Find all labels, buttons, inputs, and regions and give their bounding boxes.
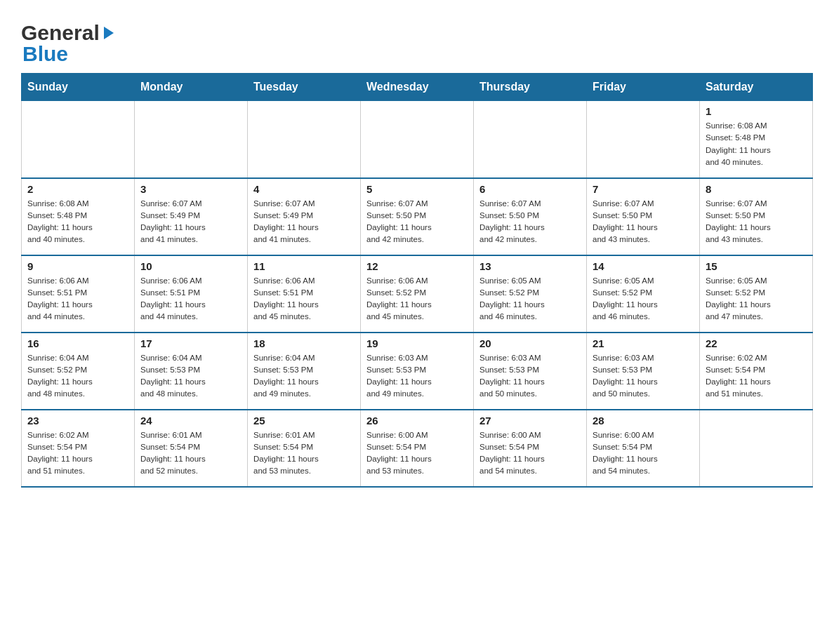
cell-content: 2Sunrise: 6:08 AM Sunset: 5:48 PM Daylig…: [27, 183, 128, 246]
day-number: 14: [593, 260, 694, 272]
day-number: 5: [366, 183, 468, 195]
cell-content: 10Sunrise: 6:06 AM Sunset: 5:51 PM Dayli…: [140, 260, 241, 323]
calendar-cell: 9Sunrise: 6:06 AM Sunset: 5:51 PM Daylig…: [22, 255, 135, 333]
calendar-cell: 22Sunrise: 6:02 AM Sunset: 5:54 PM Dayli…: [700, 333, 813, 410]
day-number: 10: [140, 260, 241, 272]
calendar-cell: 24Sunrise: 6:01 AM Sunset: 5:54 PM Dayli…: [135, 410, 248, 487]
svg-marker-0: [104, 27, 114, 39]
day-info: Sunrise: 6:04 AM Sunset: 5:53 PM Dayligh…: [253, 352, 355, 401]
cell-content: 6Sunrise: 6:07 AM Sunset: 5:50 PM Daylig…: [479, 183, 581, 246]
calendar-cell: 8Sunrise: 6:07 AM Sunset: 5:50 PM Daylig…: [700, 178, 813, 255]
day-info: Sunrise: 6:02 AM Sunset: 5:54 PM Dayligh…: [27, 429, 128, 478]
cell-content: 26Sunrise: 6:00 AM Sunset: 5:54 PM Dayli…: [366, 415, 468, 478]
calendar-cell: 2Sunrise: 6:08 AM Sunset: 5:48 PM Daylig…: [22, 178, 135, 255]
cell-content: 23Sunrise: 6:02 AM Sunset: 5:54 PM Dayli…: [27, 415, 128, 478]
calendar-cell: [22, 101, 135, 178]
day-number: 1: [706, 105, 807, 117]
cell-content: 3Sunrise: 6:07 AM Sunset: 5:49 PM Daylig…: [140, 183, 241, 246]
calendar-cell: 19Sunrise: 6:03 AM Sunset: 5:53 PM Dayli…: [361, 333, 474, 410]
calendar-cell: 16Sunrise: 6:04 AM Sunset: 5:52 PM Dayli…: [22, 333, 135, 410]
logo: General Blue: [21, 21, 115, 66]
day-number: 12: [366, 260, 468, 272]
cell-content: 25Sunrise: 6:01 AM Sunset: 5:54 PM Dayli…: [253, 415, 355, 478]
calendar-week-2: 2Sunrise: 6:08 AM Sunset: 5:48 PM Daylig…: [22, 178, 813, 255]
calendar-cell: 26Sunrise: 6:00 AM Sunset: 5:54 PM Dayli…: [361, 410, 474, 487]
day-info: Sunrise: 6:05 AM Sunset: 5:52 PM Dayligh…: [706, 275, 807, 323]
cell-content: 24Sunrise: 6:01 AM Sunset: 5:54 PM Dayli…: [140, 415, 241, 478]
day-info: Sunrise: 6:06 AM Sunset: 5:51 PM Dayligh…: [253, 275, 355, 323]
calendar-week-5: 23Sunrise: 6:02 AM Sunset: 5:54 PM Dayli…: [22, 410, 813, 487]
cell-content: 21Sunrise: 6:03 AM Sunset: 5:53 PM Dayli…: [593, 337, 694, 401]
cell-content: 9Sunrise: 6:06 AM Sunset: 5:51 PM Daylig…: [27, 260, 128, 323]
day-number: 23: [27, 415, 128, 427]
day-number: 16: [27, 337, 128, 349]
calendar-cell: 14Sunrise: 6:05 AM Sunset: 5:52 PM Dayli…: [587, 255, 700, 333]
calendar-cell: 13Sunrise: 6:05 AM Sunset: 5:52 PM Dayli…: [474, 255, 587, 333]
day-info: Sunrise: 6:02 AM Sunset: 5:54 PM Dayligh…: [706, 352, 807, 401]
calendar-cell: [248, 101, 361, 178]
day-number: 25: [253, 415, 355, 427]
header-thursday: Thursday: [474, 74, 587, 101]
day-number: 8: [706, 183, 807, 195]
day-number: 28: [593, 415, 694, 427]
cell-content: 17Sunrise: 6:04 AM Sunset: 5:53 PM Dayli…: [140, 337, 241, 401]
calendar-cell: [474, 101, 587, 178]
cell-content: 27Sunrise: 6:00 AM Sunset: 5:54 PM Dayli…: [479, 415, 581, 478]
day-info: Sunrise: 6:07 AM Sunset: 5:50 PM Dayligh…: [706, 198, 807, 246]
day-info: Sunrise: 6:05 AM Sunset: 5:52 PM Dayligh…: [593, 275, 694, 323]
logo-general-text: General: [21, 21, 100, 45]
day-number: 22: [706, 337, 807, 349]
day-info: Sunrise: 6:07 AM Sunset: 5:50 PM Dayligh…: [479, 198, 581, 246]
day-info: Sunrise: 6:00 AM Sunset: 5:54 PM Dayligh…: [593, 429, 694, 478]
day-info: Sunrise: 6:00 AM Sunset: 5:54 PM Dayligh…: [479, 429, 581, 478]
day-info: Sunrise: 6:06 AM Sunset: 5:51 PM Dayligh…: [27, 275, 128, 323]
day-info: Sunrise: 6:07 AM Sunset: 5:49 PM Dayligh…: [253, 198, 355, 246]
logo-container: General: [21, 21, 115, 45]
calendar-cell: 10Sunrise: 6:06 AM Sunset: 5:51 PM Dayli…: [135, 255, 248, 333]
day-info: Sunrise: 6:01 AM Sunset: 5:54 PM Dayligh…: [140, 429, 241, 478]
calendar-cell: [135, 101, 248, 178]
day-number: 13: [479, 260, 581, 272]
calendar-cell: 21Sunrise: 6:03 AM Sunset: 5:53 PM Dayli…: [587, 333, 700, 410]
cell-content: 20Sunrise: 6:03 AM Sunset: 5:53 PM Dayli…: [479, 337, 581, 401]
header-monday: Monday: [135, 74, 248, 101]
calendar-cell: [700, 410, 813, 487]
calendar-cell: 17Sunrise: 6:04 AM Sunset: 5:53 PM Dayli…: [135, 333, 248, 410]
day-number: 20: [479, 337, 581, 349]
header-tuesday: Tuesday: [248, 74, 361, 101]
calendar-cell: 27Sunrise: 6:00 AM Sunset: 5:54 PM Dayli…: [474, 410, 587, 487]
calendar-week-4: 16Sunrise: 6:04 AM Sunset: 5:52 PM Dayli…: [22, 333, 813, 410]
header-friday: Friday: [587, 74, 700, 101]
day-number: 27: [479, 415, 581, 427]
cell-content: 8Sunrise: 6:07 AM Sunset: 5:50 PM Daylig…: [706, 183, 807, 246]
day-info: Sunrise: 6:03 AM Sunset: 5:53 PM Dayligh…: [366, 352, 468, 401]
header-wednesday: Wednesday: [361, 74, 474, 101]
day-number: 21: [593, 337, 694, 349]
cell-content: 5Sunrise: 6:07 AM Sunset: 5:50 PM Daylig…: [366, 183, 468, 246]
header: General Blue: [21, 14, 813, 66]
day-info: Sunrise: 6:08 AM Sunset: 5:48 PM Dayligh…: [706, 120, 807, 168]
calendar-cell: 20Sunrise: 6:03 AM Sunset: 5:53 PM Dayli…: [474, 333, 587, 410]
day-number: 4: [253, 183, 355, 195]
calendar-cell: 5Sunrise: 6:07 AM Sunset: 5:50 PM Daylig…: [361, 178, 474, 255]
cell-content: 12Sunrise: 6:06 AM Sunset: 5:52 PM Dayli…: [366, 260, 468, 323]
calendar-cell: 6Sunrise: 6:07 AM Sunset: 5:50 PM Daylig…: [474, 178, 587, 255]
day-info: Sunrise: 6:05 AM Sunset: 5:52 PM Dayligh…: [479, 275, 581, 323]
cell-content: 19Sunrise: 6:03 AM Sunset: 5:53 PM Dayli…: [366, 337, 468, 401]
cell-content: 28Sunrise: 6:00 AM Sunset: 5:54 PM Dayli…: [593, 415, 694, 478]
cell-content: 14Sunrise: 6:05 AM Sunset: 5:52 PM Dayli…: [593, 260, 694, 323]
calendar-week-1: 1Sunrise: 6:08 AM Sunset: 5:48 PM Daylig…: [22, 101, 813, 178]
day-info: Sunrise: 6:07 AM Sunset: 5:50 PM Dayligh…: [366, 198, 468, 246]
day-info: Sunrise: 6:04 AM Sunset: 5:52 PM Dayligh…: [27, 352, 128, 401]
calendar-cell: 3Sunrise: 6:07 AM Sunset: 5:49 PM Daylig…: [135, 178, 248, 255]
calendar-cell: 15Sunrise: 6:05 AM Sunset: 5:52 PM Dayli…: [700, 255, 813, 333]
cell-content: 15Sunrise: 6:05 AM Sunset: 5:52 PM Dayli…: [706, 260, 807, 323]
day-info: Sunrise: 6:00 AM Sunset: 5:54 PM Dayligh…: [366, 429, 468, 478]
day-number: 15: [706, 260, 807, 272]
day-info: Sunrise: 6:08 AM Sunset: 5:48 PM Dayligh…: [27, 198, 128, 246]
calendar-week-3: 9Sunrise: 6:06 AM Sunset: 5:51 PM Daylig…: [22, 255, 813, 333]
calendar-cell: [361, 101, 474, 178]
day-info: Sunrise: 6:07 AM Sunset: 5:50 PM Dayligh…: [593, 198, 694, 246]
day-info: Sunrise: 6:06 AM Sunset: 5:51 PM Dayligh…: [140, 275, 241, 323]
calendar-cell: 1Sunrise: 6:08 AM Sunset: 5:48 PM Daylig…: [700, 101, 813, 178]
